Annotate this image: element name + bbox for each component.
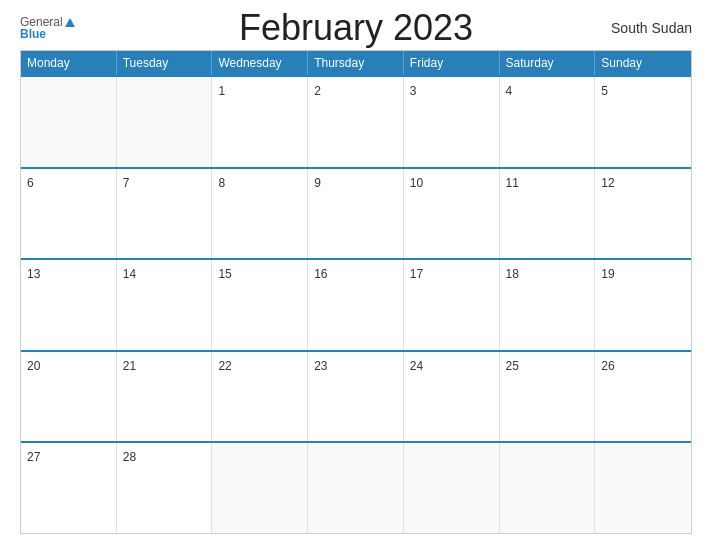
day-number: 6 [27, 176, 34, 190]
day-number: 10 [410, 176, 423, 190]
calendar-cell: 10 [404, 169, 500, 259]
day-header-sunday: Sunday [595, 51, 691, 75]
day-number: 22 [218, 359, 231, 373]
calendar-cell: 13 [21, 260, 117, 350]
day-number: 25 [506, 359, 519, 373]
calendar-cell: 19 [595, 260, 691, 350]
day-header-friday: Friday [404, 51, 500, 75]
calendar-grid: MondayTuesdayWednesdayThursdayFridaySatu… [20, 50, 692, 534]
day-number: 15 [218, 267, 231, 281]
calendar-cell: 12 [595, 169, 691, 259]
calendar-cell: 18 [500, 260, 596, 350]
calendar-cell [117, 77, 213, 167]
calendar-cell: 21 [117, 352, 213, 442]
calendar-cell: 28 [117, 443, 213, 533]
calendar-cell: 25 [500, 352, 596, 442]
day-number: 4 [506, 84, 513, 98]
day-number: 21 [123, 359, 136, 373]
calendar-title: February 2023 [239, 7, 473, 49]
calendar-cell: 9 [308, 169, 404, 259]
calendar-cell: 5 [595, 77, 691, 167]
day-number: 28 [123, 450, 136, 464]
calendar-cell [212, 443, 308, 533]
calendar-cell: 23 [308, 352, 404, 442]
day-number: 17 [410, 267, 423, 281]
day-number: 1 [218, 84, 225, 98]
calendar-cell: 26 [595, 352, 691, 442]
day-number: 3 [410, 84, 417, 98]
day-header-thursday: Thursday [308, 51, 404, 75]
day-header-tuesday: Tuesday [117, 51, 213, 75]
calendar-cell: 15 [212, 260, 308, 350]
calendar-cell: 6 [21, 169, 117, 259]
calendar-cell [308, 443, 404, 533]
day-header-saturday: Saturday [500, 51, 596, 75]
day-number: 18 [506, 267, 519, 281]
day-number: 20 [27, 359, 40, 373]
day-number: 7 [123, 176, 130, 190]
day-number: 8 [218, 176, 225, 190]
logo: General Blue [20, 16, 75, 40]
day-header-monday: Monday [21, 51, 117, 75]
day-number: 16 [314, 267, 327, 281]
calendar-cell: 22 [212, 352, 308, 442]
calendar-cell [500, 443, 596, 533]
day-header-wednesday: Wednesday [212, 51, 308, 75]
calendar-header-row: MondayTuesdayWednesdayThursdayFridaySatu… [21, 51, 691, 75]
day-number: 14 [123, 267, 136, 281]
calendar-cell: 1 [212, 77, 308, 167]
day-number: 2 [314, 84, 321, 98]
calendar-week-3: 13141516171819 [21, 258, 691, 350]
calendar-week-1: 12345 [21, 75, 691, 167]
country-label: South Sudan [611, 20, 692, 36]
calendar-week-5: 2728 [21, 441, 691, 533]
calendar-week-4: 20212223242526 [21, 350, 691, 442]
calendar-cell [21, 77, 117, 167]
day-number: 23 [314, 359, 327, 373]
header: General Blue February 2023 South Sudan [20, 16, 692, 40]
calendar-cell: 17 [404, 260, 500, 350]
calendar-cell: 8 [212, 169, 308, 259]
calendar-cell: 11 [500, 169, 596, 259]
day-number: 12 [601, 176, 614, 190]
calendar-page: General Blue February 2023 South Sudan M… [0, 0, 712, 550]
day-number: 26 [601, 359, 614, 373]
logo-triangle-icon [65, 18, 75, 27]
calendar-cell: 16 [308, 260, 404, 350]
calendar-cell [404, 443, 500, 533]
day-number: 9 [314, 176, 321, 190]
calendar-cell: 3 [404, 77, 500, 167]
calendar-cell: 2 [308, 77, 404, 167]
day-number: 24 [410, 359, 423, 373]
day-number: 5 [601, 84, 608, 98]
logo-blue-text: Blue [20, 28, 75, 40]
calendar-cell: 20 [21, 352, 117, 442]
calendar-cell: 24 [404, 352, 500, 442]
calendar-cell [595, 443, 691, 533]
calendar-cell: 27 [21, 443, 117, 533]
calendar-body: 1234567891011121314151617181920212223242… [21, 75, 691, 533]
day-number: 19 [601, 267, 614, 281]
day-number: 27 [27, 450, 40, 464]
calendar-week-2: 6789101112 [21, 167, 691, 259]
day-number: 11 [506, 176, 519, 190]
calendar-cell: 4 [500, 77, 596, 167]
calendar-cell: 7 [117, 169, 213, 259]
day-number: 13 [27, 267, 40, 281]
calendar-cell: 14 [117, 260, 213, 350]
